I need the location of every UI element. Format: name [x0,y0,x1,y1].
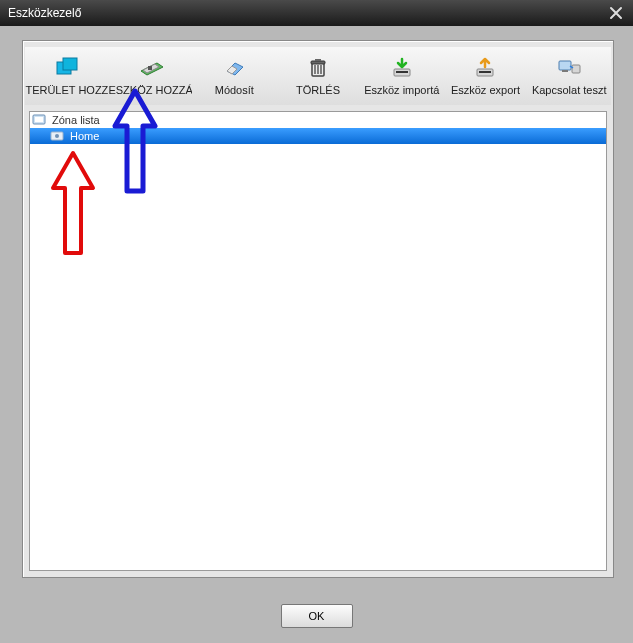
tree-root-label: Zóna lista [52,114,100,126]
client-area: TERÜLET HOZZ ESZKÖZ HOZZÁ [0,26,633,643]
close-icon[interactable] [607,4,625,22]
device-add-icon [137,56,165,80]
trash-icon [304,56,332,80]
area-add-icon [53,56,81,80]
svg-rect-18 [35,117,43,122]
delete-label: TÖRLÉS [296,84,340,96]
import-icon [388,56,416,80]
tree-child-label: Home [70,130,99,142]
ok-label: OK [309,610,325,622]
svg-rect-9 [315,59,321,61]
device-add-button[interactable]: ESZKÖZ HOZZÁ [109,47,193,105]
modify-label: Módosít [215,84,254,96]
svg-rect-16 [572,65,580,73]
main-panel: TERÜLET HOZZ ESZKÖZ HOZZÁ [22,40,614,578]
tree-root-item[interactable]: Zóna lista [30,112,606,128]
area-add-label: TERÜLET HOZZ [25,84,108,96]
modify-button[interactable]: Módosít [192,47,276,105]
device-manager-window: Eszközkezelő TERÜLET HOZZ [0,0,633,643]
import-label: Eszköz importá [364,84,439,96]
svg-rect-4 [148,66,152,70]
device-item-icon [50,129,66,143]
svg-rect-1 [63,58,77,70]
titlebar: Eszközkezelő [0,0,633,26]
svg-rect-13 [479,71,491,73]
connection-test-button[interactable]: Kapcsolat teszt [527,47,611,105]
eraser-icon [220,56,248,80]
svg-point-20 [55,134,59,138]
export-icon [471,56,499,80]
zone-list-icon [32,113,48,127]
ok-button[interactable]: OK [281,604,353,628]
svg-rect-15 [562,70,568,72]
zone-tree[interactable]: Zóna lista Home [29,111,607,571]
connection-test-label: Kapcsolat teszt [532,84,607,96]
delete-button[interactable]: TÖRLÉS [276,47,360,105]
toolbar: TERÜLET HOZZ ESZKÖZ HOZZÁ [25,47,611,105]
export-label: Eszköz export [451,84,520,96]
svg-rect-14 [559,61,571,70]
svg-rect-11 [396,71,408,73]
connection-test-icon [555,56,583,80]
device-add-label: ESZKÖZ HOZZÁ [109,84,193,96]
import-button[interactable]: Eszköz importá [360,47,444,105]
export-button[interactable]: Eszköz export [444,47,528,105]
area-add-button[interactable]: TERÜLET HOZZ [25,47,109,105]
svg-rect-8 [311,61,325,64]
tree-child-home[interactable]: Home [30,128,606,144]
window-title: Eszközkezelő [8,6,607,20]
